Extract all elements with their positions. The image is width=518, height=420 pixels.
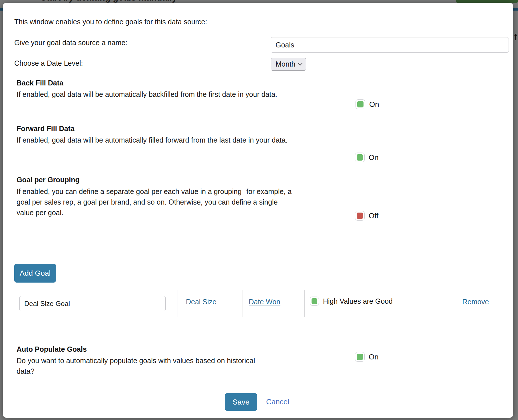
goal-direction-cell: High Values are Good [305,290,457,317]
goal-row: Deal Size Date Won High Values are Good … [13,290,511,317]
modal-intro-text: This window enables you to define goals … [14,18,207,26]
date-level-select[interactable]: Month [271,58,306,71]
backfill-toggle-label: On [369,100,379,109]
direction-toggle-checkbox-icon[interactable] [310,297,319,306]
goal-row-name-input[interactable] [19,296,166,311]
date-level-label: Choose a Date Level: [14,59,83,67]
save-button[interactable]: Save [225,393,257,411]
date-level-selected-value: Month [276,60,295,68]
background-text-fragment: f [514,32,517,43]
grouping-section-title: Goal per Grouping [17,176,80,184]
backfill-section-description: If enabled, goal data will be automatica… [17,89,296,100]
background-green-button [456,0,518,3]
forwardfill-toggle-checkbox-icon[interactable] [355,153,365,162]
goal-name-cell [13,290,178,317]
goal-metric-link[interactable]: Deal Size [186,298,216,306]
direction-toggle[interactable]: High Values are Good [310,297,393,306]
background-page-title: Start by defining goals manually [41,0,177,3]
auto-populate-toggle-label: On [369,353,379,361]
cancel-link[interactable]: Cancel [266,396,289,407]
forwardfill-section-title: Forward Fill Data [17,125,75,133]
chevron-down-icon [298,61,303,66]
backfill-toggle[interactable]: On [356,99,379,109]
goal-name-label: Give your goal data source a name: [14,39,127,47]
define-goals-modal: This window enables you to define goals … [3,3,513,418]
goal-date-field-link[interactable]: Date Won [249,298,280,306]
grouping-toggle-label: Off [369,211,378,220]
direction-toggle-label: High Values are Good [323,297,393,305]
forwardfill-section-description: If enabled, goal data will be automatica… [17,135,296,145]
auto-populate-toggle-checkbox-icon[interactable] [355,352,365,362]
goal-metric-cell: Deal Size [178,290,242,317]
backfill-toggle-checkbox-icon[interactable] [356,99,365,109]
goal-date-cell: Date Won [242,290,305,317]
goal-name-input[interactable] [271,37,509,53]
forwardfill-toggle-label: On [369,153,379,162]
add-goal-button[interactable]: Add Goal [14,264,56,283]
grouping-section-description: If enabled, you can define a separate go… [17,186,296,218]
grouping-toggle[interactable]: Off [355,211,378,221]
backfill-section-title: Back Fill Data [17,79,63,87]
auto-populate-section-description: Do you want to automatically populate go… [17,355,259,377]
goal-remove-cell: Remove [457,290,511,317]
grouping-toggle-checkbox-icon[interactable] [355,211,365,221]
remove-goal-link[interactable]: Remove [462,298,489,306]
forwardfill-toggle[interactable]: On [355,153,379,162]
auto-populate-section-title: Auto Populate Goals [17,345,87,353]
auto-populate-toggle[interactable]: On [355,352,379,362]
